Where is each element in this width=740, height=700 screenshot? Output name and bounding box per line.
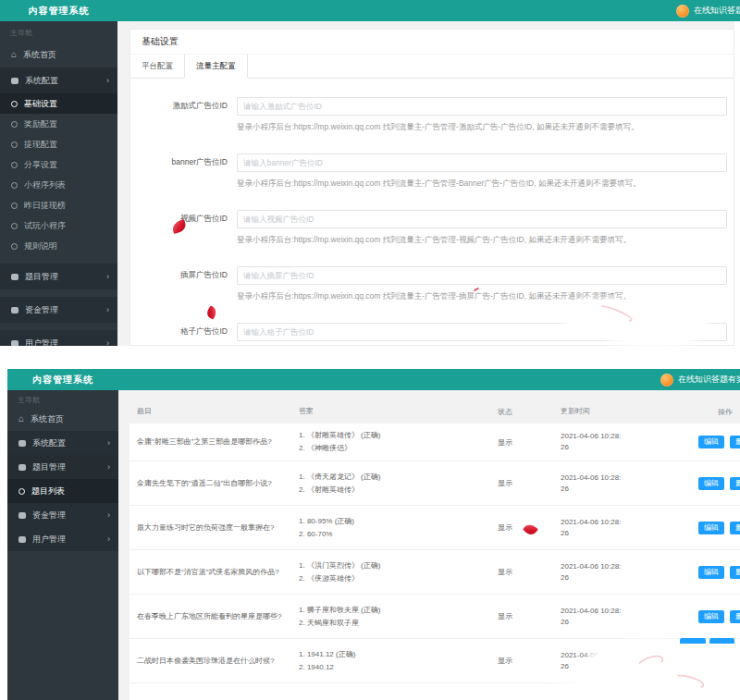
edit-button-partial[interactable]	[680, 638, 706, 644]
delete-button-partial[interactable]	[709, 638, 734, 644]
answer-cell: 1. 《倚天屠龙记》 (正确) 2. 《射雕英雄传》	[299, 471, 498, 497]
question-cell: 在春季晚上广东地区所能看到的星座是哪些?	[130, 611, 299, 622]
ad-id-input[interactable]	[237, 154, 727, 172]
nav-bullet-icon	[11, 223, 18, 229]
user-chip[interactable]: 在线知识答题有奖	[660, 369, 740, 390]
eraser-smudge	[555, 680, 731, 700]
ad-id-input[interactable]	[237, 97, 727, 116]
status-cell: 显示	[498, 478, 561, 488]
sidebar-item[interactable]: 资金管理 ›	[0, 297, 117, 323]
table-row: 以下哪部不是“清官派”武侠名家腾风的作品? 1. 《洪门英烈传》 (正确) 2.…	[130, 550, 740, 595]
sidebar-item[interactable]: 用户管理 ›	[0, 330, 117, 346]
sidebar-item[interactable]: 题目管理 ›	[7, 455, 118, 479]
delete-button[interactable]: 删除	[730, 522, 740, 534]
sidebar-item[interactable]: 试玩小程序	[0, 215, 117, 236]
nav-bullet-icon	[11, 243, 18, 250]
updated-time-cell: 2021-04-06 10:28: 26	[561, 473, 695, 495]
sidebar-item-label: 系统首页	[31, 413, 64, 425]
table-row: 金庸“射雕三部曲”之第三部曲是哪部作品? 1. 《射雕英雄传》 (正确) 2. …	[130, 424, 740, 461]
sidebar: 主导航 系统首页 系统配置 › 题目管理 ›	[7, 390, 118, 700]
nav-bullet-icon	[11, 182, 18, 189]
sidebar-item[interactable]: 小程序列表	[0, 175, 117, 195]
delete-button[interactable]: 删除	[730, 566, 740, 579]
nav-bullet-icon	[11, 203, 18, 209]
nav-bullet-icon	[11, 121, 18, 128]
sidebar-item[interactable]: 奖励配置	[0, 114, 117, 134]
delete-button[interactable]: 删除	[730, 436, 740, 448]
updated-date: 2021-04-06 10:28:	[561, 473, 695, 484]
ad-id-input[interactable]	[237, 266, 727, 285]
question-cell: 金庸先生笔下的“逍遥二仙”出自哪部小说?	[130, 478, 299, 489]
updated-date: 2021-04-06 10:28:	[561, 561, 695, 572]
sidebar-item[interactable]: 规则说明	[0, 236, 117, 256]
edit-button[interactable]: 编辑	[698, 477, 724, 490]
tab-traffic-config[interactable]: 流量主配置	[184, 55, 248, 79]
edit-button[interactable]: 编辑	[698, 610, 724, 623]
sidebar-item-label: 题目管理	[32, 461, 66, 473]
nav-bullet-icon	[11, 50, 17, 59]
sidebar-item[interactable]: 题目列表	[7, 479, 118, 503]
delete-button[interactable]: 删除	[730, 477, 740, 490]
sidebar-item-label: 题目列表	[31, 485, 65, 497]
nav-bullet-icon	[11, 274, 18, 280]
nav-section-label: 主导航	[0, 21, 117, 42]
table-header-row: 题目 答案 状态 更新时间 操作	[130, 399, 740, 424]
actions-cell: 编辑 删除	[695, 436, 740, 448]
edit-button[interactable]: 编辑	[698, 566, 724, 579]
answer-option-2: 2. 60-70%	[299, 528, 498, 541]
sidebar-item-label: 提现配置	[24, 139, 57, 151]
edit-button[interactable]: 编辑	[698, 522, 724, 534]
delete-button[interactable]: 删除	[730, 610, 740, 623]
sidebar-item[interactable]: 用户管理 ›	[7, 527, 118, 551]
avatar-icon	[660, 374, 673, 387]
nav-bullet-icon	[18, 488, 25, 495]
app-logo: 内容管理系统	[7, 369, 118, 390]
nav-bullet-icon	[18, 464, 26, 471]
answer-option-2: 2. 《侠游英雄传》	[299, 572, 498, 585]
sidebar-item-label: 资金管理	[25, 304, 58, 316]
sidebar-item-label: 系统配置	[32, 437, 66, 449]
nav-bullet-icon	[18, 512, 26, 519]
user-badge-label: 在线知识答题有奖	[678, 374, 740, 386]
sidebar-item-label: 题目管理	[25, 271, 58, 283]
chevron-right-icon: ›	[106, 305, 109, 314]
form-row: 视频广告位ID 登录小程序后台:https://mp.weixin.qq.com…	[130, 209, 727, 246]
chevron-right-icon: ›	[107, 534, 110, 544]
sidebar-item-label: 资金管理	[32, 510, 66, 522]
ad-id-input[interactable]	[237, 210, 727, 228]
sidebar-menu: 系统首页 系统配置 › 题目管理 › 题目列表	[7, 407, 118, 551]
scrollbar-gutter	[734, 21, 740, 346]
sidebar-menu: 系统首页 系统配置 › 基础设置 奖励配置	[0, 42, 117, 346]
field-help-text: 登录小程序后台:https://mp.weixin.qq.com 找到流量主-广…	[237, 122, 727, 133]
tab-bar: 平台配置 流量主配置	[130, 55, 734, 79]
answer-option-1: 1. 狮子座和牧夫座 (正确)	[299, 604, 498, 617]
question-cell: 二战时日本偷袭美国珍珠港是在什么时候?	[130, 656, 299, 667]
sidebar-item[interactable]: 系统配置 ›	[0, 68, 117, 93]
updated-seconds: 26	[561, 572, 695, 583]
tab-platform-config[interactable]: 平台配置	[130, 55, 184, 78]
sidebar-item[interactable]: 资金管理 ›	[7, 503, 118, 527]
sidebar-item[interactable]: 系统首页	[7, 407, 118, 431]
sidebar-item[interactable]: 系统首页	[0, 42, 117, 68]
sidebar-item[interactable]: 分享设置	[0, 154, 117, 175]
sidebar-item[interactable]: 昨日提现榜	[0, 195, 117, 215]
sidebar-item[interactable]: 系统配置 ›	[7, 431, 118, 455]
answer-cell: 1. 狮子座和牧夫座 (正确) 2. 天蝎座和双子座	[299, 604, 498, 630]
nav-bullet-icon	[11, 78, 18, 84]
actions-cell: 编辑 删除	[695, 522, 740, 534]
question-cell: 以下哪部不是“清官派”武侠名家腾风的作品?	[130, 567, 299, 578]
edit-button[interactable]: 编辑	[698, 436, 724, 448]
sidebar-item-label: 基础设置	[24, 98, 57, 110]
column-header-actions: 操作	[695, 407, 740, 417]
sidebar-item[interactable]: 题目管理 ›	[0, 264, 117, 289]
form-row: 激励式广告位ID 登录小程序后台:https://mp.weixin.qq.co…	[130, 96, 727, 133]
question-cell: 最大力量练习时它的负荷强度一般掌握在?	[130, 522, 299, 534]
column-header-updated: 更新时间	[561, 406, 695, 417]
field-label: 插屏广告位ID	[130, 265, 237, 302]
nav-bullet-icon	[11, 101, 18, 107]
sidebar-item[interactable]: 提现配置	[0, 134, 117, 154]
sidebar-item[interactable]: 基础设置	[0, 93, 117, 114]
user-chip[interactable]: 在线知识答题有奖	[676, 0, 740, 21]
nav-bullet-icon	[11, 340, 18, 347]
updated-seconds: 26	[561, 484, 695, 495]
